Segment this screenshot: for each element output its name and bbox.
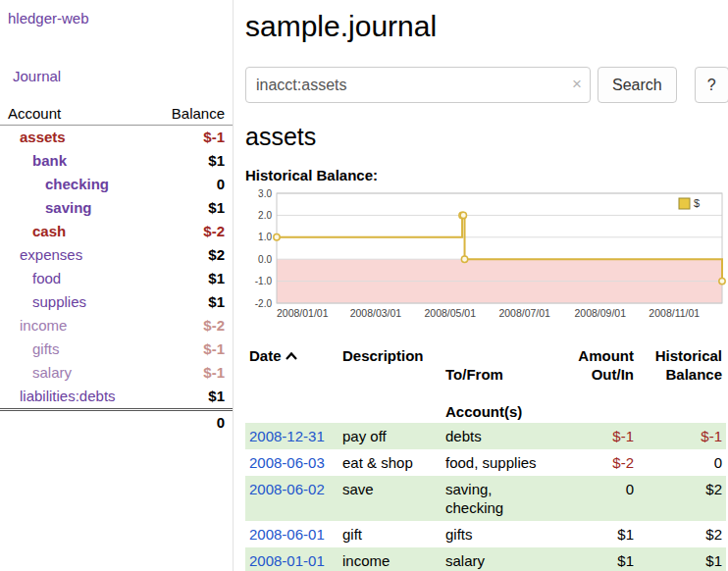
account-row: assets$-1 — [0, 126, 233, 150]
account-link[interactable]: cash — [32, 222, 66, 241]
account-link[interactable]: supplies — [32, 292, 86, 312]
account-balance: $1 — [149, 149, 233, 173]
account-name-cell: checking — [0, 173, 149, 196]
account-name-cell: income — [0, 314, 149, 337]
column-header-date[interactable]: Date — [245, 344, 338, 423]
search-form: × Search ? — [245, 67, 728, 103]
account-row: checking0 — [0, 173, 233, 196]
help-button[interactable]: ? — [695, 67, 728, 103]
sidebar-journal-link[interactable]: Journal — [0, 66, 233, 86]
account-balance: $-2 — [149, 220, 233, 243]
transaction-description: gift — [338, 521, 442, 547]
clear-search-icon[interactable]: × — [572, 75, 582, 94]
svg-text:-2.0: -2.0 — [255, 298, 273, 309]
historical-balance-chart: 3.02.01.00.0-1.0-2.02008/01/012008/03/01… — [245, 187, 728, 335]
transaction-accounts: debts — [442, 423, 564, 449]
search-input[interactable] — [245, 67, 591, 103]
account-row: expenses$2 — [0, 243, 233, 267]
account-link[interactable]: checking — [45, 175, 109, 194]
account-link[interactable]: liabilities:debts — [20, 387, 116, 406]
transaction-date-cell: 2008-06-02 — [245, 476, 338, 521]
accounts-total-row: 0 — [0, 410, 233, 436]
account-name-cell: liabilities:debts — [0, 385, 149, 410]
transaction-amount: $-1 — [564, 423, 638, 449]
account-name-cell: assets — [0, 126, 149, 150]
transaction-balance: $1 — [638, 547, 726, 571]
transaction-date-link[interactable]: 2008-06-01 — [249, 526, 325, 543]
register-header-row: Date Description To/From Account(s) Amou… — [245, 344, 726, 423]
account-balance: $-1 — [149, 126, 233, 150]
svg-text:2008/09/01: 2008/09/01 — [574, 307, 626, 319]
svg-text:-1.0: -1.0 — [255, 276, 273, 286]
svg-text:2008/11/01: 2008/11/01 — [649, 307, 700, 319]
account-link[interactable]: bank — [32, 151, 67, 171]
transaction-accounts: food, supplies — [442, 449, 564, 476]
column-header-description-label: Description — [342, 347, 424, 364]
transaction-row: 2008-01-01incomesalary$1$1 — [245, 547, 726, 571]
transaction-description: eat & shop — [338, 449, 442, 476]
account-link[interactable]: salary — [32, 363, 72, 383]
account-link[interactable]: food — [32, 269, 61, 288]
account-row: saving$1 — [0, 196, 233, 220]
transaction-accounts: salary — [442, 547, 564, 571]
transaction-amount: $1 — [564, 521, 638, 547]
main-content: sample.journal × Search ? assets Histori… — [234, 0, 728, 571]
svg-text:0.0: 0.0 — [258, 254, 272, 265]
svg-text:2008/01/01: 2008/01/01 — [277, 307, 329, 319]
transaction-row: 2008-12-31pay offdebts$-1$-1 — [245, 423, 726, 449]
account-link[interactable]: expenses — [20, 245, 82, 265]
transaction-date-link[interactable]: 2008-12-31 — [249, 428, 325, 444]
column-header-date-label: Date — [249, 347, 282, 364]
account-balance: $-1 — [149, 361, 233, 385]
account-balance: $-2 — [149, 314, 233, 337]
svg-text:2008/05/01: 2008/05/01 — [425, 307, 477, 319]
accounts-total-spacer — [0, 410, 149, 436]
accounts-total-value: 0 — [149, 410, 233, 436]
search-box: × — [245, 67, 591, 103]
account-balance: $1 — [149, 385, 233, 410]
svg-text:3.0: 3.0 — [258, 188, 272, 199]
account-heading: assets — [245, 123, 728, 151]
column-header-accounts-line1: To/From — [445, 366, 503, 383]
transaction-balance: $2 — [638, 521, 726, 547]
account-balance: $1 — [149, 267, 233, 290]
svg-text:2008/07/01: 2008/07/01 — [498, 307, 550, 319]
sidebar: hledger-web Journal Account Balance asse… — [0, 0, 234, 571]
transaction-date-link[interactable]: 2008-06-02 — [249, 481, 325, 497]
account-name-cell: bank — [0, 149, 149, 173]
account-balance: $2 — [149, 243, 233, 267]
account-link[interactable]: assets — [20, 128, 66, 147]
account-row: salary$-1 — [0, 361, 233, 385]
column-header-amount-line2: Out/In — [592, 366, 634, 383]
transaction-date-link[interactable]: 2008-01-01 — [249, 552, 325, 569]
search-button[interactable]: Search — [598, 67, 677, 103]
account-link[interactable]: saving — [45, 198, 92, 218]
account-balance: $1 — [149, 196, 233, 220]
column-header-amount: Amount Out/In — [564, 344, 638, 423]
app-brand-link[interactable]: hledger-web — [0, 8, 233, 28]
account-row: cash$-2 — [0, 220, 233, 243]
account-link[interactable]: income — [20, 316, 67, 336]
account-row: income$-2 — [0, 314, 233, 337]
account-row: supplies$1 — [0, 290, 233, 314]
account-row: liabilities:debts$1 — [0, 385, 233, 410]
account-name-cell: cash — [0, 220, 149, 243]
accounts-header-balance: Balance — [149, 102, 233, 126]
account-balance: 0 — [149, 173, 233, 196]
transaction-date-cell: 2008-01-01 — [245, 547, 338, 571]
column-header-amount-line1: Amount — [578, 347, 634, 364]
transaction-balance: 0 — [638, 449, 726, 476]
transaction-date-link[interactable]: 2008-06-03 — [249, 454, 325, 471]
transaction-accounts: saving, checking — [442, 476, 564, 521]
accounts-header-row: Account Balance — [0, 102, 233, 126]
transaction-amount: $-2 — [564, 449, 638, 476]
app-root: hledger-web Journal Account Balance asse… — [0, 0, 728, 571]
account-name-cell: saving — [0, 196, 149, 220]
sort-ascending-icon — [285, 346, 298, 365]
transaction-row: 2008-06-03eat & shopfood, supplies$-20 — [245, 449, 726, 476]
account-row: bank$1 — [0, 149, 233, 173]
transaction-description: save — [338, 476, 442, 521]
account-name-cell: salary — [0, 361, 149, 385]
column-header-balance-line2: Balance — [665, 366, 722, 383]
account-link[interactable]: gifts — [32, 339, 60, 359]
